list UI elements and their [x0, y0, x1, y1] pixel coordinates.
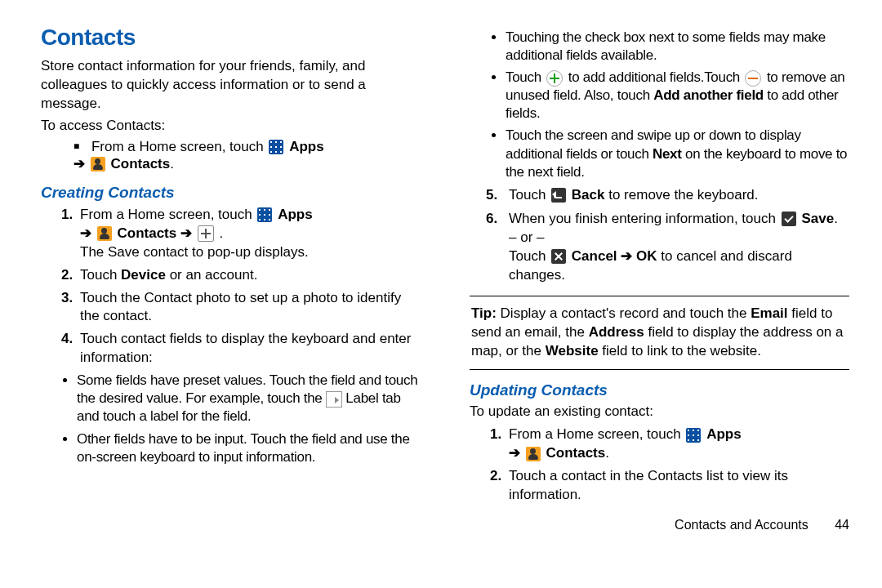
- u-step-2: Touch a contact in the Contacts list to …: [506, 467, 849, 505]
- u-step-1: From a Home screen, touch Apps ➔ Contact…: [506, 425, 849, 463]
- right-column: Touching the check box next to some fiel…: [470, 24, 849, 580]
- arrow-icon: ➔: [80, 225, 91, 241]
- tip-label: Tip:: [471, 305, 497, 321]
- cancel-icon: [551, 249, 566, 264]
- left-column: Contacts Store contact information for y…: [41, 24, 421, 580]
- step-4: Touch contact fields to display the keyb…: [77, 330, 421, 368]
- step-3: Touch the Contact photo to set up a phot…: [77, 289, 421, 327]
- apps-label: Apps: [278, 207, 313, 222]
- text: From a Home screen, touch: [509, 426, 684, 442]
- bold: OK: [636, 248, 657, 264]
- bold: Next: [653, 146, 682, 162]
- text: The Save contact to pop-up displays.: [80, 244, 309, 260]
- add-field-icon: [546, 70, 563, 87]
- step4-bullets-cont: Touching the check box next to some fiel…: [470, 29, 849, 181]
- bullet: Touch the screen and swipe up or down to…: [506, 127, 849, 180]
- step-1: From a Home screen, touch Apps ➔ Contact…: [77, 206, 421, 262]
- page-number: 44: [835, 518, 849, 532]
- text: to add additional fields.Touch: [568, 69, 744, 85]
- bold: Device: [121, 267, 166, 283]
- contacts-label: Contacts: [117, 225, 176, 241]
- page-title: Contacts: [41, 24, 421, 51]
- access-step: From a Home screen, touch Apps ➔ Contact…: [74, 139, 421, 172]
- text: Touch: [80, 267, 121, 283]
- bold: Cancel: [572, 248, 617, 264]
- apps-icon: [269, 140, 283, 154]
- step-5: Touch Back to remove the keyboard.: [506, 186, 849, 205]
- bullet: Touch to add additional fields.Touch to …: [506, 69, 849, 122]
- updating-intro: To update an existing contact:: [470, 403, 849, 421]
- arrow-icon: ➔: [180, 225, 192, 241]
- footer-section: Contacts and Accounts: [675, 518, 808, 532]
- bold: Website: [546, 343, 599, 359]
- updating-steps: From a Home screen, touch Apps ➔ Contact…: [470, 425, 849, 505]
- bold: Back: [572, 187, 605, 203]
- bold: Email: [751, 305, 787, 321]
- text: Touch: [509, 187, 550, 203]
- contacts-label: Contacts: [110, 156, 170, 172]
- step-6: When you finish entering information, to…: [506, 210, 849, 285]
- or: – or –: [509, 229, 544, 245]
- access-steps: From a Home screen, touch Apps ➔ Contact…: [41, 139, 421, 172]
- save-icon: [782, 212, 796, 226]
- arrow-icon: ➔: [74, 156, 85, 172]
- back-icon: [551, 188, 566, 203]
- text: From a Home screen, touch: [80, 207, 256, 222]
- bullet: Some fields have preset values. Touch th…: [77, 372, 421, 425]
- page-footer: Contacts and Accounts 44: [470, 518, 849, 532]
- text: to remove the keyboard.: [608, 187, 758, 203]
- step-2: Touch Device or an account.: [77, 266, 421, 285]
- text: Display a contact's record and touch the: [497, 305, 751, 321]
- plus-icon: [198, 225, 214, 242]
- text: Touch: [506, 69, 545, 85]
- contacts-icon: [97, 226, 112, 241]
- bold: Add another field: [653, 87, 764, 103]
- text: When you finish entering information, to…: [509, 211, 780, 226]
- text: field to link to the website.: [599, 343, 761, 359]
- label-tab-icon: [326, 391, 342, 408]
- step4-bullets: Some fields have preset values. Touch th…: [41, 372, 421, 466]
- arrow-icon: ➔: [509, 445, 520, 461]
- text: Touch: [509, 248, 550, 264]
- heading-updating-contacts: Updating Contacts: [470, 381, 849, 399]
- text: From a Home screen, touch: [91, 139, 267, 154]
- apps-label: Apps: [706, 426, 742, 442]
- intro-text: Store contact information for your frien…: [41, 57, 421, 114]
- contacts-icon: [526, 447, 541, 461]
- creating-steps: From a Home screen, touch Apps ➔ Contact…: [41, 206, 421, 368]
- contacts-icon: [91, 157, 105, 172]
- creating-steps-cont: Touch Back to remove the keyboard. When …: [470, 186, 849, 285]
- apps-icon: [257, 207, 272, 222]
- bullet: Other fields have to be input. Touch the…: [77, 430, 421, 466]
- apps-icon: [686, 428, 701, 443]
- bold: Address: [589, 324, 644, 340]
- remove-field-icon: [745, 70, 761, 87]
- bullet: Touching the check box next to some fiel…: [506, 29, 849, 65]
- arrow-icon: ➔: [621, 248, 632, 264]
- contacts-label: Contacts: [546, 445, 605, 461]
- heading-creating-contacts: Creating Contacts: [41, 184, 421, 202]
- access-label: To access Contacts:: [41, 117, 421, 136]
- manual-page: Contacts Store contact information for y…: [0, 0, 882, 588]
- apps-label: Apps: [289, 139, 324, 154]
- bold: Save: [801, 211, 834, 226]
- text: or an account.: [166, 267, 257, 283]
- tip-box: Tip: Display a contact's record and touc…: [470, 296, 849, 370]
